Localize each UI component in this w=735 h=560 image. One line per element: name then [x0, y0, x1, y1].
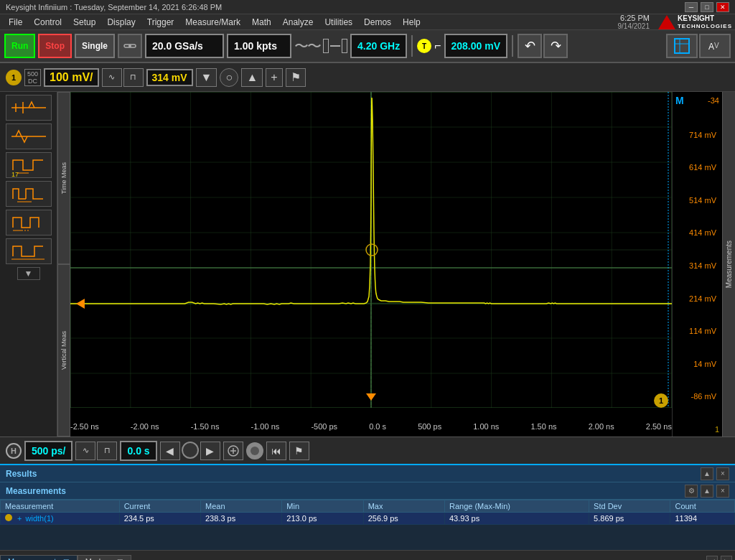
sample-rate-display[interactable]: 20.0 GSa/s: [145, 34, 224, 58]
channel-wave-buttons: ∿ ⊓: [102, 68, 144, 87]
measurements-side-tab[interactable]: Measurements: [722, 92, 735, 437]
time-meas-tab[interactable]: Time Meas: [57, 92, 70, 264]
measurement-plus-icon: +: [17, 514, 22, 523]
wave-square-button[interactable]: ⊓: [123, 68, 144, 87]
timebase-offset-display[interactable]: 0.0 s: [120, 441, 156, 461]
meas-up-button[interactable]: ▲: [701, 485, 713, 498]
menu-help[interactable]: Help: [397, 16, 426, 29]
meas-gear-button[interactable]: ⚙: [685, 485, 698, 498]
channel-circle-button[interactable]: ○: [220, 68, 238, 87]
timebase-rewind-button[interactable]: ⏮: [266, 442, 286, 460]
clock-display: 6:25 PM 9/14/2021: [617, 14, 652, 30]
svg-point-3: [128, 45, 131, 47]
keysight-logo: ─ □ ✕: [685, 2, 729, 12]
sidebar-down-button[interactable]: ▼: [17, 267, 40, 280]
bottom-shrink-button[interactable]: ◀: [706, 556, 718, 560]
left-sidebar: 17 ▼: [0, 92, 57, 437]
minimize-button[interactable]: ─: [685, 2, 698, 12]
toolbar-separator-2: [512, 35, 513, 57]
svg-rect-4: [675, 39, 689, 53]
timebase-center-button[interactable]: [182, 442, 199, 459]
results-area: Results ▲ × Measurements ⚙ ▲ × Measureme…: [0, 464, 735, 550]
menu-utilities[interactable]: Utilities: [319, 16, 358, 29]
maximize-button[interactable]: □: [701, 2, 713, 12]
menu-display[interactable]: Display: [101, 16, 141, 29]
tb-wave-sq[interactable]: ⊓: [97, 442, 117, 460]
vertical-meas-tab[interactable]: Vertical Meas: [57, 264, 70, 437]
window-controls[interactable]: ─ □ ✕: [685, 2, 729, 12]
timebase-next-button[interactable]: ▶: [200, 442, 220, 460]
menu-math[interactable]: Math: [246, 16, 277, 29]
time-label-minus15ns: -1.50 ns: [191, 422, 220, 431]
probe-icon-button[interactable]: [118, 34, 142, 58]
meas-close-button[interactable]: ×: [716, 485, 729, 498]
volt-label-314: 314 mV: [675, 261, 719, 270]
wave-sin-button[interactable]: ∿: [102, 68, 122, 87]
time-axis: -2.50 ns -2.00 ns -1.50 ns -1.00 ns -500…: [70, 422, 672, 431]
sidebar-probe-icon-2[interactable]: [6, 123, 52, 149]
menu-measure-mark[interactable]: Measure/Mark: [179, 16, 246, 29]
col-header-4: Max: [363, 500, 444, 513]
results-settings-button[interactable]: ▲: [701, 467, 713, 480]
measurements-table-body: + width(1) 234.5 ps 238.3 ps 213.0 ps 25…: [1, 513, 735, 525]
sidebar-icon-period[interactable]: [6, 238, 52, 264]
run-button[interactable]: Run: [4, 34, 35, 58]
channel-flag-button[interactable]: ⚑: [286, 68, 306, 87]
channel-bar: 1 500 DC 100 mV/ ∿ ⊓ 314 mV ▼ ○ ▲ + ⚑: [0, 63, 735, 92]
timebase-prev-button[interactable]: ◀: [160, 442, 180, 460]
menu-analyze[interactable]: Analyze: [277, 16, 319, 29]
time-div-display[interactable]: 500 ps/: [24, 441, 72, 461]
cell-range: 43.93 ps: [444, 513, 589, 525]
redo-button[interactable]: ↷: [543, 34, 568, 58]
scope-display-area: 1 -2.50 ns -2.00 ns -1.50 ns -1.00 ns -5…: [70, 92, 672, 437]
auto-scale-icon-button[interactable]: AV: [699, 34, 731, 58]
table-row[interactable]: + width(1) 234.5 ps 238.3 ps 213.0 ps 25…: [1, 513, 735, 525]
results-pin-button[interactable]: ×: [716, 467, 729, 480]
timebase-dot-button[interactable]: [246, 442, 263, 459]
sidebar-icon-edge[interactable]: 17: [6, 152, 52, 178]
timebase-zoom-button[interactable]: [223, 442, 243, 460]
bottom-expand-button[interactable]: ▶: [721, 556, 732, 560]
timebase-flag-button[interactable]: ⚑: [289, 442, 309, 460]
zoom-box-icon-button[interactable]: [666, 34, 698, 58]
single-button[interactable]: Single: [75, 34, 115, 58]
channel-up-button[interactable]: ▲: [241, 68, 263, 87]
sidebar-icon-duty[interactable]: [6, 210, 52, 235]
col-header-1: Current: [119, 500, 200, 513]
col-header-7: Count: [670, 500, 735, 513]
tab-measurements[interactable]: Measurements ▣: [0, 555, 78, 560]
main-toolbar: Run Stop Single 20.0 GSa/s 1.00 kpts 〜〜 …: [0, 30, 735, 63]
menu-control[interactable]: Control: [28, 16, 67, 29]
stop-button[interactable]: Stop: [38, 34, 72, 58]
time-label-minus500ps: -500 ps: [311, 422, 337, 431]
sidebar-probe-icon-1[interactable]: [6, 95, 52, 121]
right-toolbar-icons: AV: [666, 34, 731, 58]
volt-label-714: 714 mV: [675, 131, 719, 139]
svg-text:A: A: [708, 42, 714, 52]
channel-offset-display[interactable]: 314 mV: [146, 69, 193, 86]
trigger-value-display[interactable]: 208.00 mV: [444, 34, 508, 58]
frequency-display[interactable]: 4.20 GHz: [350, 34, 407, 58]
tb-wave-sin[interactable]: ∿: [75, 442, 95, 460]
menu-setup[interactable]: Setup: [67, 16, 101, 29]
measurements-title: Measurements: [6, 486, 66, 496]
cell-current: 234.5 ps: [119, 513, 200, 525]
channel-coupling-display: 500 DC: [24, 69, 41, 86]
menu-demos[interactable]: Demos: [358, 16, 397, 29]
channel-plus-button[interactable]: +: [266, 68, 282, 87]
channel-volt-div-display[interactable]: 100 mV/: [44, 68, 98, 87]
menu-trigger[interactable]: Trigger: [141, 16, 180, 29]
volt-label-414: 414 mV: [675, 228, 719, 237]
results-controls: ▲ ×: [701, 467, 729, 480]
tab-markers[interactable]: Markers ▣: [78, 555, 131, 560]
menu-file[interactable]: File: [3, 16, 28, 29]
undo-button[interactable]: ↶: [518, 34, 542, 58]
sidebar-icon-pulse[interactable]: [6, 181, 52, 207]
timebase-nav-buttons: ◀ ▶: [160, 442, 220, 460]
cell-measurement-name: + width(1): [1, 513, 120, 525]
channel-down-button[interactable]: ▼: [196, 68, 217, 87]
volt-label-114: 114 mV: [675, 327, 719, 335]
memory-depth-display[interactable]: 1.00 kpts: [227, 34, 291, 58]
measurement-color-dot: [5, 514, 12, 521]
close-button[interactable]: ✕: [716, 2, 729, 12]
